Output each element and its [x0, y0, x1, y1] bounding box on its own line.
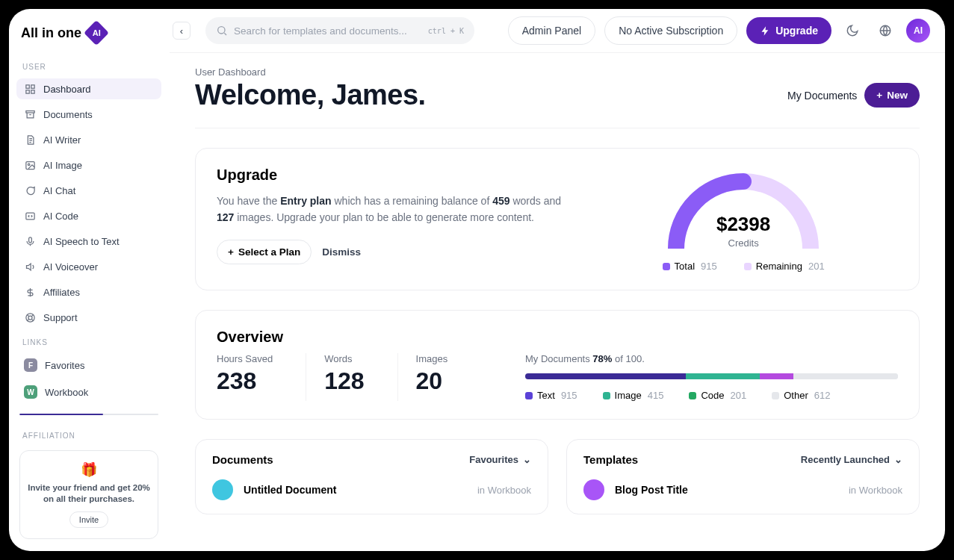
upgrade-card-text: Upgrade You have the Entry plan which ha…	[217, 167, 571, 272]
sidebar-item-ai-writer[interactable]: AI Writer	[16, 129, 161, 150]
sidebar-usage-bar	[19, 414, 158, 415]
breadcrumb: User Dashboard	[195, 66, 920, 78]
mic-icon	[24, 235, 36, 247]
sidebar-link-label: Favorites	[45, 360, 84, 371]
svg-rect-0	[25, 84, 28, 87]
sidebar-item-label: Dashboard	[43, 84, 91, 95]
panels-row: Documents Favourites ⌄ Untitled Document…	[195, 439, 920, 514]
search-input[interactable]: Search for templates and documents... ct…	[205, 17, 474, 44]
documents-panel: Documents Favourites ⌄ Untitled Document…	[195, 439, 548, 514]
sidebar-item-label: AI Chat	[43, 185, 75, 196]
chevron-down-icon: ⌄	[523, 454, 531, 465]
sidebar-item-ai-voiceover[interactable]: AI Voiceover	[16, 256, 161, 277]
search-placeholder: Search for templates and documents...	[234, 25, 407, 37]
legend-remaining: Remaining 201	[744, 261, 825, 272]
sidebar-item-label: AI Code	[43, 211, 78, 222]
sidebar-item-ai-code[interactable]: AI Code	[16, 205, 161, 226]
sidebar-item-ai-chat[interactable]: AI Chat	[16, 180, 161, 201]
language-button[interactable]	[873, 19, 897, 43]
documents-bar	[525, 373, 898, 379]
dollar-icon	[24, 286, 36, 298]
documents-filter-dropdown[interactable]: Favourites ⌄	[469, 454, 531, 465]
documents-panel-title: Documents	[212, 453, 273, 466]
new-button[interactable]: + New	[864, 83, 920, 108]
brand[interactable]: All in one AI	[16, 18, 161, 52]
plus-icon: +	[228, 246, 234, 258]
sidebar-link-favorites[interactable]: F Favorites	[16, 354, 161, 376]
affiliation-card: 🎁 Invite your friend and get 20% on all …	[19, 450, 158, 539]
search-shortcut: ctrl + K	[428, 27, 464, 35]
upgrade-label: Upgrade	[775, 25, 818, 37]
svg-point-10	[28, 316, 32, 320]
stat-words: Words 128	[324, 353, 397, 401]
sidebar-item-dashboard[interactable]: Dashboard	[16, 78, 161, 99]
sidebar-item-support[interactable]: Support	[16, 307, 161, 328]
credits-gauge: $2398 Credits Total 915 Remaining	[589, 167, 898, 272]
sidebar-item-ai-image[interactable]: AI Image	[16, 155, 161, 175]
credits-label: Credits	[661, 237, 826, 249]
documents-meter: My Documents 78% of 100. Text915 Image41…	[525, 353, 898, 401]
svg-point-6	[28, 164, 30, 166]
theme-toggle-button[interactable]	[840, 19, 864, 43]
sidebar-section-links: LINKS	[16, 332, 161, 349]
search-icon	[216, 25, 228, 37]
list-item[interactable]: Blog Post Title in Workbook	[583, 479, 902, 500]
overview-card: Overview Hours Saved 238 Words 128 Image…	[195, 310, 920, 420]
svg-rect-7	[25, 213, 34, 220]
templates-filter-dropdown[interactable]: Recently Launched ⌄	[801, 454, 902, 465]
sidebar-item-label: AI Image	[43, 160, 82, 171]
workbook-badge-icon: W	[24, 385, 37, 399]
topbar: ‹ Search for templates and documents... …	[170, 9, 945, 53]
brand-logo-icon: AI	[84, 20, 109, 46]
globe-icon	[879, 24, 892, 37]
document-icon	[24, 134, 36, 146]
legend-swatch-icon	[744, 263, 752, 270]
sidebar-item-label: AI Writer	[43, 134, 81, 146]
svg-rect-4	[25, 111, 34, 113]
favorites-badge-icon: F	[24, 358, 37, 372]
sidebar-link-workbook[interactable]: W Workbook	[16, 381, 161, 403]
image-icon	[24, 159, 36, 171]
legend-swatch-icon	[603, 392, 610, 399]
chevron-down-icon: ⌄	[894, 454, 902, 465]
admin-panel-button[interactable]: Admin Panel	[508, 16, 595, 45]
select-plan-button[interactable]: + Select a Plan	[217, 240, 312, 264]
sidebar-section-affiliation: AFFILIATION	[16, 426, 161, 443]
svg-rect-8	[28, 237, 31, 242]
upgrade-button[interactable]: Upgrade	[746, 17, 831, 44]
stat-hours-saved: Hours Saved 238	[217, 353, 306, 401]
lifebuoy-icon	[24, 311, 36, 323]
templates-panel: Templates Recently Launched ⌄ Blog Post …	[566, 439, 920, 514]
upgrade-card: Upgrade You have the Entry plan which ha…	[195, 148, 920, 290]
invite-button[interactable]: Invite	[69, 511, 108, 528]
sidebar-item-ai-speech[interactable]: AI Speech to Text	[16, 231, 161, 252]
sidebar-section-user: USER	[16, 57, 161, 74]
list-item[interactable]: Untitled Document in Workbook	[212, 479, 531, 500]
dismiss-button[interactable]: Dismiss	[322, 246, 361, 258]
subscription-status-button[interactable]: No Active Subscription	[604, 16, 737, 45]
legend-total: Total 915	[663, 261, 717, 272]
code-icon	[24, 210, 36, 222]
svg-rect-3	[31, 90, 34, 93]
chevron-left-icon: ‹	[180, 25, 183, 37]
new-label: New	[887, 90, 908, 101]
page-title: Welcome, James.	[195, 79, 426, 111]
collapse-sidebar-button[interactable]: ‹	[173, 22, 191, 40]
bar-image	[686, 373, 761, 379]
legend-swatch-icon	[689, 392, 696, 399]
sidebar-item-documents[interactable]: Documents	[16, 104, 161, 125]
my-documents-link[interactable]: My Documents	[787, 90, 857, 102]
app-root: All in one AI USER Dashboard Documents A…	[9, 9, 945, 551]
sidebar-item-label: AI Voiceover	[43, 261, 98, 273]
sidebar-item-affiliates[interactable]: Affiliates	[16, 281, 161, 302]
documents-caption: My Documents 78% of 100.	[525, 353, 898, 364]
credits-legend: Total 915 Remaining 201	[663, 261, 825, 272]
svg-rect-2	[25, 90, 28, 93]
sidebar-item-label: Documents	[43, 109, 93, 120]
legend-swatch-icon	[772, 392, 779, 399]
overview-stats: Hours Saved 238 Words 128 Images 20	[217, 353, 503, 401]
bolt-icon	[760, 25, 771, 37]
template-color-icon	[583, 479, 604, 500]
avatar[interactable]: AI	[906, 19, 930, 43]
bar-other	[793, 373, 898, 379]
